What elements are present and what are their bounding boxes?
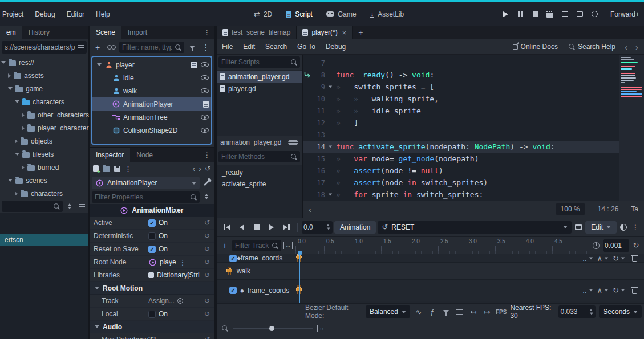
play-forward-button[interactable] — [265, 221, 278, 234]
interpolation-mode-select[interactable]: ∧ — [597, 287, 609, 294]
line-gutter[interactable]: 16 — [303, 167, 334, 175]
fs-folder-res[interactable]: res:// — [0, 56, 88, 69]
skip-to-end-button[interactable] — [280, 221, 293, 234]
script-menu-edit[interactable]: Edit — [238, 40, 260, 53]
section-audio[interactable]: Audio — [90, 321, 214, 333]
code-line[interactable]: 10» » walking_sprite, — [303, 93, 644, 105]
workspace-assetlib[interactable]: AssetLib — [365, 7, 410, 21]
loop-wrap-mode-select[interactable]: ↻ — [613, 255, 625, 262]
stop-button[interactable] — [528, 7, 542, 21]
menu-help[interactable]: Help — [90, 7, 116, 21]
expander-icon[interactable] — [1, 61, 6, 64]
node-eye-icon[interactable] — [201, 128, 209, 133]
expander-icon[interactable] — [15, 191, 18, 196]
track-frame-coords[interactable]: ✓◆frame_coords..∧↻ — [217, 254, 644, 263]
indent-type[interactable]: Ta — [631, 205, 638, 213]
snap-step-input[interactable] — [605, 242, 622, 250]
ease-in-button[interactable]: ↤ — [468, 307, 479, 317]
add-node-button[interactable]: + — [92, 42, 103, 53]
interpolation-mode-select[interactable]: ∧ — [597, 255, 609, 262]
timeline-zoom-slider[interactable] — [233, 328, 313, 329]
play-custom-scene-button[interactable] — [573, 7, 587, 21]
bezier-curve-button[interactable]: ∿ — [414, 307, 424, 317]
script-item-player-gd[interactable]: player.gd — [217, 83, 302, 95]
history-back-button[interactable]: ‹ — [193, 164, 196, 173]
sort-members-button[interactable] — [288, 137, 298, 148]
filesystem-search-input[interactable] — [2, 201, 63, 212]
spinner-arrows[interactable] — [326, 224, 331, 230]
filter-button[interactable] — [187, 42, 198, 53]
filter-tracks-field[interactable] — [235, 242, 269, 250]
filesystem-path-bar[interactable]: s://scenes/characters/pl — [2, 41, 87, 54]
instance-scene-button[interactable] — [106, 42, 117, 53]
line-gutter[interactable]: 8 — [303, 71, 334, 79]
fs-folder-assets[interactable]: assets — [0, 69, 88, 82]
extra-resource-options-button[interactable] — [201, 178, 212, 188]
script-menu-file[interactable]: File — [217, 40, 238, 53]
loop-button[interactable]: ↻ — [631, 240, 641, 251]
node-eye-icon[interactable] — [201, 62, 209, 67]
track-group-walk[interactable]: walk — [217, 263, 644, 280]
code-line[interactable]: 14func activate_sprite(nodepath: NodePat… — [303, 141, 644, 153]
method-ready[interactable]: _ready — [217, 167, 302, 178]
filter-scripts-field[interactable] — [221, 58, 288, 66]
tab-history[interactable]: History — [22, 26, 56, 39]
script-item-animation-player-gd[interactable]: animation_player.gd — [217, 71, 302, 83]
step-spinner[interactable] — [558, 305, 596, 318]
delete-track-button[interactable] — [629, 254, 639, 263]
expander-icon[interactable] — [8, 179, 13, 182]
scene-filter-field[interactable] — [122, 43, 172, 51]
property-deterministic[interactable]: Deterministic✓On↺ — [90, 230, 214, 243]
save-resource-icon[interactable] — [114, 166, 120, 172]
line-gutter[interactable]: 9 — [303, 83, 334, 91]
code-line[interactable]: 13 — [303, 129, 644, 141]
history-forward-button[interactable]: › — [199, 164, 201, 173]
new-tab-button[interactable]: + — [353, 26, 368, 39]
sort-files-button[interactable] — [64, 201, 75, 211]
code-line[interactable]: 17» assert(node in switch_sprites) — [303, 177, 644, 189]
property-libraries[interactable]: LibrariesDictionary[Stri↺ — [90, 269, 214, 282]
current-animation-select[interactable]: ↺ RESET — [378, 221, 572, 234]
checkbox[interactable]: ✓ — [148, 311, 156, 318]
scene-node-idle[interactable]: idle — [92, 71, 211, 84]
fs-folder-scenes[interactable]: scenes — [0, 174, 88, 187]
node-picker-menu[interactable]: ⋮ — [179, 259, 187, 266]
fs-folder-other-characters[interactable]: other_characters — [0, 108, 88, 121]
property-max-polyphony[interactable]: Max Polyphony32↺ — [90, 333, 214, 339]
movie-mode-button[interactable] — [543, 7, 557, 21]
timeline-playhead[interactable] — [299, 251, 300, 303]
property-filter-field[interactable] — [95, 193, 188, 201]
node-eye-icon[interactable] — [201, 75, 209, 80]
property-root-node[interactable]: Root Nodeplaye⋮↺ — [90, 256, 214, 269]
time-unit-select[interactable]: Seconds — [599, 305, 642, 318]
expander-icon[interactable] — [8, 87, 13, 90]
expand-sections-button[interactable] — [201, 191, 212, 202]
step-input[interactable] — [560, 308, 577, 316]
remote-debug-button[interactable] — [588, 7, 602, 21]
line-gutter[interactable]: 7 — [303, 59, 334, 67]
tab-inspector[interactable]: Inspector — [90, 148, 130, 162]
code-minimap[interactable] — [619, 55, 644, 201]
animation-panel-menu-button[interactable]: ⋮ — [630, 222, 641, 232]
new-resource-icon[interactable] — [93, 165, 99, 172]
inspector-tabs-menu-button[interactable]: ⋮ — [200, 148, 214, 162]
revert-icon[interactable]: ↺ — [204, 297, 210, 305]
property-local[interactable]: Local✓On↺ — [90, 308, 214, 321]
fs-folder-player-character[interactable]: player_character — [0, 121, 88, 134]
onion-skinning-button[interactable] — [618, 222, 629, 232]
expander-icon[interactable] — [8, 73, 11, 78]
playback-time-spinner[interactable] — [302, 221, 333, 234]
method-activate-sprite[interactable]: activate_sprite — [217, 178, 302, 190]
tab-scene[interactable]: Scene — [90, 26, 121, 39]
code-line[interactable]: 8func _ready() -> void: — [303, 69, 644, 81]
fold-icon[interactable] — [326, 193, 334, 196]
stop-button[interactable] — [250, 221, 264, 234]
checkbox[interactable]: ✓ — [148, 246, 156, 253]
scene-tab-player[interactable]: player(*)× — [297, 26, 353, 39]
fs-folder-tilesets[interactable]: tilesets — [0, 148, 88, 161]
pause-button[interactable] — [513, 7, 528, 21]
update-mode-select[interactable]: .. — [582, 287, 593, 294]
scripts-panel-toggle-icon[interactable]: ‹ — [309, 205, 311, 214]
snap-mode-button[interactable] — [591, 240, 601, 251]
script-menu-search[interactable]: Search — [260, 40, 292, 53]
